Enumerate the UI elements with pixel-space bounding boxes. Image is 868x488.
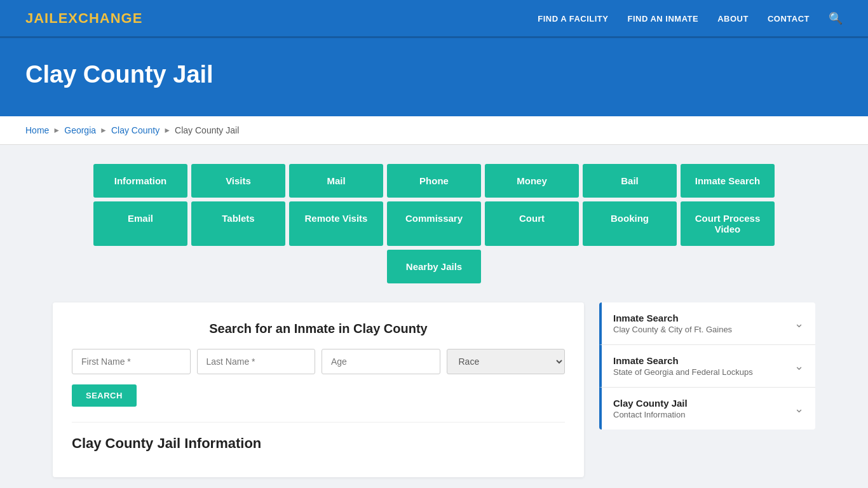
grid-btn-tablets[interactable]: Tablets: [191, 201, 285, 246]
grid-btn-commissary[interactable]: Commissary: [387, 201, 481, 246]
age-input[interactable]: [322, 349, 440, 374]
grid-btn-money[interactable]: Money: [485, 164, 579, 198]
last-name-input[interactable]: [197, 349, 316, 374]
breadcrumb-sep-3: ►: [163, 126, 171, 135]
grid-btn-mail[interactable]: Mail: [289, 164, 383, 198]
hero-section: Clay County Jail: [0, 38, 868, 116]
chevron-down-icon: ⌄: [794, 402, 804, 416]
sidebar-subtitle-2: Contact Information: [613, 410, 688, 419]
logo-jail: JAIL: [25, 10, 58, 26]
sidebar-title-1: Inmate Search: [613, 355, 753, 366]
breadcrumb-home[interactable]: Home: [25, 125, 49, 135]
sidebar-item-0[interactable]: Inmate SearchClay County & City of Ft. G…: [599, 302, 815, 345]
grid-btn-information[interactable]: Information: [93, 164, 187, 198]
first-name-input[interactable]: [72, 349, 191, 374]
breadcrumb-clay-county[interactable]: Clay County: [111, 125, 159, 135]
grid-btn-court-process-video[interactable]: Court Process Video: [681, 201, 775, 246]
logo-exchange: EXCHANGE: [58, 10, 143, 26]
breadcrumb-sep-2: ►: [100, 126, 107, 135]
sidebar-item-2[interactable]: Clay County JailContact Information⌄: [599, 388, 815, 430]
nav-links: FIND A FACILITY FIND AN INMATE ABOUT CON…: [538, 11, 843, 25]
chevron-down-icon: ⌄: [794, 316, 804, 330]
search-form: RaceWhiteBlackHispanicAsianOther: [72, 349, 565, 374]
sidebar-title-0: Inmate Search: [613, 313, 732, 323]
button-grid: InformationVisitsMailPhoneMoneyBailInmat…: [53, 164, 815, 283]
grid-btn-phone[interactable]: Phone: [387, 164, 481, 198]
nav-find-facility[interactable]: FIND A FACILITY: [538, 14, 608, 24]
grid-btn-inmate-search[interactable]: Inmate Search: [681, 164, 775, 198]
sidebar-title-2: Clay County Jail: [613, 398, 688, 409]
breadcrumb: Home ► Georgia ► Clay County ► Clay Coun…: [25, 125, 843, 135]
search-icon[interactable]: 🔍: [829, 12, 843, 25]
search-title: Search for an Inmate in Clay County: [72, 322, 565, 336]
grid-btn-nearby-jails[interactable]: Nearby Jails: [387, 250, 481, 283]
navbar: JAILEXCHANGE FIND A FACILITY FIND AN INM…: [0, 0, 868, 38]
page-title: Clay County Jail: [25, 61, 843, 88]
breadcrumb-georgia[interactable]: Georgia: [64, 125, 96, 135]
grid-btn-booking[interactable]: Booking: [583, 201, 677, 246]
grid-btn-email[interactable]: Email: [93, 201, 187, 246]
sidebar-subtitle-1: State of Georgia and Federal Lockups: [613, 367, 753, 377]
nav-about[interactable]: ABOUT: [717, 14, 749, 24]
sidebar-subtitle-0: Clay County & City of Ft. Gaines: [613, 325, 732, 334]
breadcrumb-bar: Home ► Georgia ► Clay County ► Clay Coun…: [0, 116, 868, 145]
nav-find-inmate[interactable]: FIND AN INMATE: [627, 14, 698, 24]
sidebar-item-1[interactable]: Inmate SearchState of Georgia and Federa…: [599, 345, 815, 388]
search-button[interactable]: SEARCH: [72, 384, 137, 407]
jail-info-title: Clay County Jail Information: [72, 422, 565, 452]
nav-contact[interactable]: CONTACT: [768, 14, 810, 24]
breadcrumb-sep-1: ►: [53, 126, 60, 135]
chevron-down-icon: ⌄: [794, 359, 804, 373]
right-panel: Inmate SearchClay County & City of Ft. G…: [599, 302, 815, 430]
breadcrumb-current: Clay County Jail: [175, 125, 239, 135]
grid-btn-court[interactable]: Court: [485, 201, 579, 246]
grid-btn-visits[interactable]: Visits: [191, 164, 285, 198]
content-area: Search for an Inmate in Clay County Race…: [53, 302, 815, 477]
site-logo[interactable]: JAILEXCHANGE: [25, 10, 142, 27]
grid-btn-remote-visits[interactable]: Remote Visits: [289, 201, 383, 246]
main-content: InformationVisitsMailPhoneMoneyBailInmat…: [27, 145, 841, 488]
race-select[interactable]: RaceWhiteBlackHispanicAsianOther: [447, 349, 566, 374]
left-panel: Search for an Inmate in Clay County Race…: [53, 302, 584, 477]
grid-btn-bail[interactable]: Bail: [583, 164, 677, 198]
